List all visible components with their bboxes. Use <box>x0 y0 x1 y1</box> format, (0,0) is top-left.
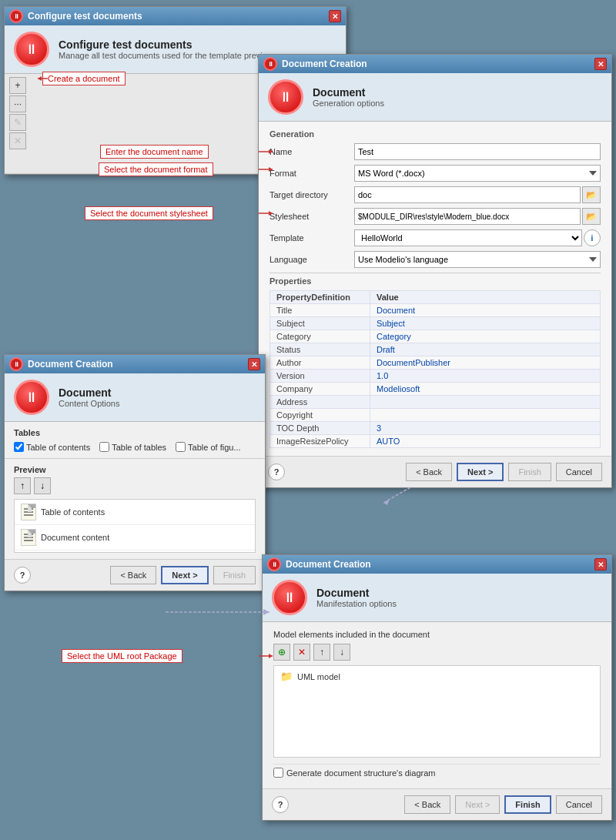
property-value: 1.0 <box>370 370 601 383</box>
template-select[interactable]: HelloWorld Default <box>354 229 582 246</box>
model-tree: 📁 UML model <box>273 665 601 758</box>
move-up-model-btn[interactable]: ↑ <box>313 644 330 661</box>
doc2-back-btn[interactable]: < Back <box>110 566 156 584</box>
property-value <box>370 409 601 422</box>
doc-creation-2-header-subtitle: Content Options <box>59 399 120 408</box>
doc-creation-1-title: Document Creation <box>282 59 367 69</box>
property-key: PropertyDefinition <box>270 291 370 304</box>
doc-creation-window-1: Document Creation ✕ Document Generation … <box>258 54 612 488</box>
remove-model-btn[interactable]: ✕ <box>293 644 310 661</box>
doc2-next-btn[interactable]: Next > <box>161 566 208 584</box>
doc1-app-icon-large <box>268 79 303 115</box>
property-key: Subject <box>270 317 370 330</box>
stylesheet-browse-btn[interactable]: 📂 <box>582 208 601 225</box>
doc2-help-btn[interactable]: ? <box>14 567 31 584</box>
annotation-enter-name-label: Enter the document name <box>100 145 209 159</box>
content-file-icon <box>21 529 36 546</box>
table-row: TOC Depth3 <box>270 422 601 435</box>
annotation-enter-name: Enter the document name <box>100 145 209 159</box>
configure-close-btn[interactable]: ✕ <box>329 10 341 22</box>
doc-creation-3-footer: ? < Back Next > Finish Cancel <box>263 788 611 820</box>
doc-creation-3-close-btn[interactable]: ✕ <box>594 558 607 571</box>
doc-creation-1-close-btn[interactable]: ✕ <box>594 58 607 70</box>
annotation-select-uml-label: Select the UML root Package <box>62 649 182 663</box>
doc3-next-btn: Next > <box>455 795 500 814</box>
target-dir-browse-btn[interactable]: 📂 <box>582 186 601 203</box>
doc3-help-btn[interactable]: ? <box>272 796 289 813</box>
add-model-btn[interactable]: ⊕ <box>273 644 290 661</box>
property-key: Author <box>270 356 370 370</box>
doc-creation-window-2: Document Creation ✕ Document Content Opt… <box>4 354 266 591</box>
doc-creation-1-titlebar: Document Creation ✕ <box>259 55 611 73</box>
preview-down-btn[interactable]: ↓ <box>34 477 51 494</box>
preview-section: Preview ↑ ↓ Table of contents Docu <box>5 459 265 559</box>
stylesheet-input[interactable] <box>354 208 581 225</box>
model-elements-label: Model elements included in the document <box>273 630 601 639</box>
property-key: Title <box>270 304 370 317</box>
doc-creation-window-3: Document Creation ✕ Document Manifestati… <box>262 554 612 821</box>
more-btn[interactable]: ··· <box>9 95 26 112</box>
doc1-cancel-btn[interactable]: Cancel <box>556 463 602 481</box>
name-row: Name <box>270 143 601 160</box>
tot-checkbox[interactable] <box>99 442 109 452</box>
property-value: Modeliosoft <box>370 383 601 396</box>
preview-list: Table of contents Document content <box>14 499 256 553</box>
edit-btn: ✎ <box>9 114 26 131</box>
doc-creation-1-header: Document Generation options <box>259 73 611 122</box>
target-dir-field: 📂 <box>354 186 601 203</box>
doc3-finish-btn[interactable]: Finish <box>504 795 551 814</box>
tables-label: Tables <box>14 428 256 437</box>
table-row: CompanyModeliosoft <box>270 383 601 396</box>
target-dir-input[interactable] <box>354 186 581 203</box>
manifestation-section: Model elements included in the document … <box>263 622 611 788</box>
template-field: HelloWorld Default i <box>354 229 601 246</box>
move-down-model-btn[interactable]: ↓ <box>333 644 350 661</box>
app-icon-doc2 <box>9 357 23 371</box>
add-document-btn[interactable]: + <box>9 77 26 94</box>
generate-diagram-label: Generate document structure's diagram <box>286 768 435 778</box>
doc-creation-3-header-subtitle: Manifestation options <box>316 599 397 608</box>
doc1-back-btn[interactable]: < Back <box>406 463 452 481</box>
property-key: Address <box>270 396 370 409</box>
doc-creation-3-header: Document Manifestation options <box>263 574 611 622</box>
properties-table: PropertyDefinitionValueTitleDocumentSubj… <box>270 290 601 448</box>
stylesheet-row: Stylesheet 📂 <box>270 208 601 225</box>
generate-diagram-checkbox[interactable] <box>273 768 283 778</box>
toc-checkbox[interactable] <box>14 442 24 452</box>
preview-item-content: Document content <box>15 525 255 551</box>
generation-section-label: Generation <box>270 129 601 139</box>
app-icon-doc3 <box>267 557 281 571</box>
doc-creation-2-close-btn[interactable]: ✕ <box>248 358 260 370</box>
manifestation-toolbar: ⊕ ✕ ↑ ↓ <box>273 644 601 661</box>
property-key: Category <box>270 330 370 343</box>
doc3-back-btn[interactable]: < Back <box>404 795 450 814</box>
template-info-btn[interactable]: i <box>584 229 601 246</box>
name-input[interactable] <box>354 143 601 160</box>
configure-header-text: Configure test documents Manage all test… <box>59 38 275 60</box>
annotation-select-stylesheet-label: Select the document stylesheet <box>85 206 213 220</box>
checkbox-tot: Table of tables <box>99 442 166 452</box>
target-dir-label: Target directory <box>270 190 354 199</box>
doc-creation-3-header-title: Document <box>316 587 397 599</box>
doc2-app-icon-large <box>14 380 49 415</box>
table-row: StatusDraft <box>270 343 601 356</box>
model-item-uml: 📁 UML model <box>280 671 594 682</box>
language-select[interactable]: Use Modelio's language English French <box>354 251 601 268</box>
property-value: Subject <box>370 317 601 330</box>
tof-checkbox[interactable] <box>176 442 186 452</box>
stylesheet-label: Stylesheet <box>270 212 354 221</box>
doc3-cancel-btn[interactable]: Cancel <box>556 795 602 814</box>
doc1-help-btn[interactable]: ? <box>268 464 285 480</box>
property-value: Draft <box>370 343 601 356</box>
configure-titlebar: Configure test documents ✕ <box>5 7 346 25</box>
doc-creation-1-form: Generation Name Format MS Word (*.docx) … <box>259 122 611 456</box>
doc-creation-2-titlebar: Document Creation ✕ <box>5 355 265 373</box>
preview-item-toc: Table of contents <box>15 500 255 525</box>
doc1-finish-btn: Finish <box>508 463 551 481</box>
preview-up-btn[interactable]: ↑ <box>14 477 31 494</box>
doc-creation-3-title: Document Creation <box>286 559 371 570</box>
language-label: Language <box>270 255 354 264</box>
format-select[interactable]: MS Word (*.docx) PDF (*.pdf) HTML (*.htm… <box>354 165 601 182</box>
delete-btn: ✕ <box>9 132 26 149</box>
doc1-next-btn[interactable]: Next > <box>457 463 504 481</box>
